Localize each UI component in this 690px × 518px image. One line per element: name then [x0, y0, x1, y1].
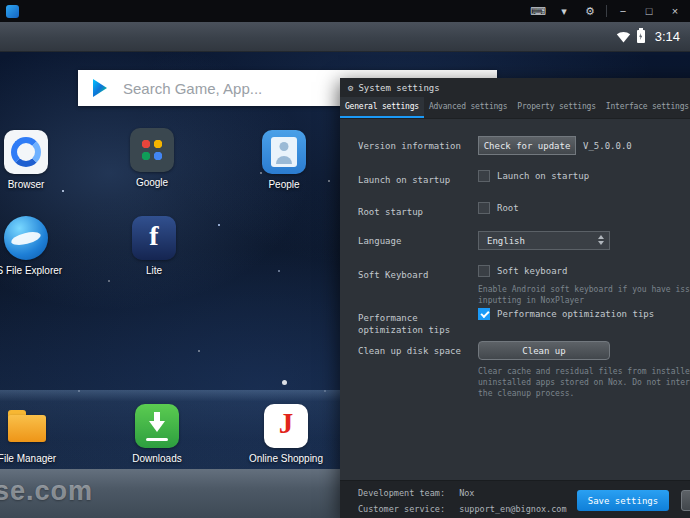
- titlebar-divider: [606, 5, 607, 17]
- window-titlebar: ⌨ ▾ ⚙ − □ ×: [0, 0, 690, 22]
- customer-service-value: support_en@bignox.com: [459, 504, 566, 514]
- app-label: People: [268, 179, 299, 190]
- language-select[interactable]: English: [478, 231, 610, 250]
- app-label: File Manager: [0, 453, 56, 464]
- app-people[interactable]: People: [252, 130, 316, 190]
- performance-label: Performance optimization tips: [358, 308, 472, 336]
- cleanup-label: Clean up disk space: [358, 341, 472, 357]
- language-label: Language: [358, 231, 472, 247]
- root-checkbox[interactable]: [478, 202, 490, 214]
- app-facebook-lite[interactable]: Lite: [122, 216, 186, 276]
- version-label: Version information: [358, 136, 472, 152]
- settings-tab-bar: General settings Advanced settings Prope…: [340, 97, 690, 119]
- app-label: Downloads: [132, 453, 181, 464]
- dialog-footer: Development team: Nox Customer service: …: [340, 480, 690, 518]
- cleanup-hint: Clear cache and residual files from inst…: [478, 366, 690, 399]
- clean-up-button[interactable]: Clean up: [478, 341, 610, 360]
- select-spinner-icon: [598, 235, 604, 245]
- soft-keyboard-checkbox-label: Soft keyboard: [497, 266, 567, 276]
- downloads-icon: [135, 404, 179, 448]
- performance-tips-checkbox[interactable]: [478, 308, 490, 320]
- customer-service-label: Customer service:: [358, 504, 454, 514]
- dialog-title: System settings: [358, 83, 439, 93]
- watermark-text: se.com: [0, 476, 93, 507]
- performance-checkbox-label: Performance optimization tips: [497, 309, 654, 319]
- facebook-lite-icon: [132, 216, 176, 260]
- soft-keyboard-checkbox[interactable]: [478, 265, 490, 277]
- app-file-manager[interactable]: File Manager: [0, 404, 59, 464]
- keyboard-icon[interactable]: ⌨: [525, 0, 551, 22]
- system-settings-dialog: ⚙ System settings General settings Advan…: [340, 78, 690, 518]
- app-folder-google[interactable]: Google: [120, 128, 184, 188]
- dev-team-label: Development team:: [358, 488, 454, 498]
- minimize-button[interactable]: −: [610, 0, 636, 22]
- partial-clipped-button[interactable]: [681, 490, 690, 511]
- wifi-icon: [616, 31, 631, 43]
- app-label: ES File Explorer: [0, 265, 62, 276]
- app-label: Lite: [146, 265, 162, 276]
- es-file-explorer-icon: [4, 216, 48, 260]
- soft-keyboard-label: Soft Keyboard: [358, 265, 472, 281]
- tab-general-settings[interactable]: General settings: [340, 97, 424, 118]
- status-clock: 3:14: [655, 29, 680, 44]
- app-label: Browser: [8, 179, 45, 190]
- app-online-shopping[interactable]: Online Shopping: [254, 404, 318, 464]
- file-manager-icon: [5, 404, 49, 448]
- google-folder-icon: [130, 128, 174, 172]
- save-settings-button[interactable]: Save settings: [577, 490, 669, 511]
- nox-logo: [6, 5, 19, 18]
- chevron-down-icon[interactable]: ▾: [551, 0, 577, 22]
- close-button[interactable]: ×: [662, 0, 688, 22]
- tab-interface-settings[interactable]: Interface settings: [601, 97, 690, 118]
- launch-checkbox-label: Launch on startup: [497, 171, 589, 181]
- version-value: V_5.0.0.0: [583, 141, 632, 151]
- check-for-update-button[interactable]: Check for update: [478, 136, 576, 155]
- tab-advanced-settings[interactable]: Advanced settings: [424, 97, 512, 118]
- search-placeholder: Search Game, App...: [123, 80, 262, 97]
- app-downloads[interactable]: Downloads: [125, 404, 189, 464]
- google-play-icon: [91, 78, 109, 98]
- root-label: Root startup: [358, 202, 472, 218]
- dev-team-value: Nox: [459, 488, 474, 498]
- launch-on-startup-checkbox[interactable]: [478, 170, 490, 182]
- browser-icon: [4, 130, 48, 174]
- android-status-bar: 3:14: [0, 22, 690, 52]
- app-es-file-explorer[interactable]: ES File Explorer: [0, 216, 58, 276]
- language-selected-value: English: [487, 236, 525, 246]
- settings-gear-icon: ⚙: [348, 83, 353, 93]
- online-shopping-icon: [264, 404, 308, 448]
- dialog-titlebar: ⚙ System settings: [340, 78, 690, 97]
- app-label: Online Shopping: [249, 453, 323, 464]
- launch-label: Launch on startup: [358, 170, 472, 186]
- tab-property-settings[interactable]: Property settings: [512, 97, 600, 118]
- root-checkbox-label: Root: [497, 203, 519, 213]
- app-browser[interactable]: Browser: [0, 130, 58, 190]
- maximize-button[interactable]: □: [636, 0, 662, 22]
- people-icon: [262, 130, 306, 174]
- battery-icon: [637, 30, 645, 43]
- page-indicator-dot: [282, 380, 287, 385]
- gear-icon[interactable]: ⚙: [577, 0, 603, 22]
- nox-player-window: ⌨ ▾ ⚙ − □ × 3:14 se.com: [0, 0, 690, 518]
- soft-keyboard-hint: Enable Android soft keyboard if you have…: [478, 284, 690, 306]
- app-label: Google: [136, 177, 168, 188]
